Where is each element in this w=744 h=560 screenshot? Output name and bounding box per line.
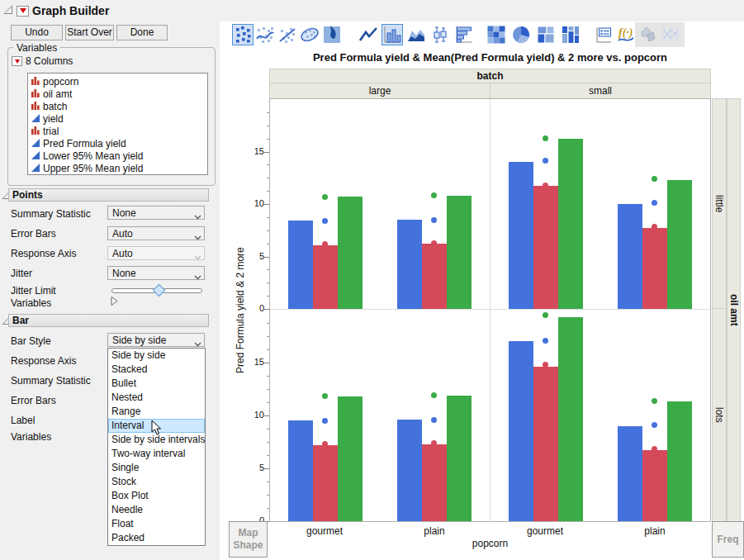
variable-list-item[interactable]: oil amt [28, 88, 207, 100]
mean-dot-mark[interactable] [652, 176, 657, 182]
mosaic-graph-icon[interactable] [560, 24, 581, 45]
variable-list-item[interactable]: Upper 95% Mean yield [28, 162, 207, 174]
points-jitter-select[interactable]: None [107, 266, 205, 280]
heatmap-graph-icon[interactable] [486, 24, 507, 45]
smoother-graph-icon[interactable] [254, 24, 276, 45]
bar-mark[interactable] [447, 196, 472, 309]
bar-mark[interactable] [338, 197, 363, 309]
points-variables-expander-icon[interactable] [110, 296, 119, 309]
mean-dot-mark[interactable] [652, 398, 657, 404]
contour-graph-icon[interactable] [321, 24, 343, 45]
bar-mark[interactable] [509, 162, 533, 309]
menu-item-stock[interactable]: Stock [108, 475, 205, 489]
mean-dot-mark[interactable] [543, 183, 548, 188]
bar-mark[interactable] [422, 444, 447, 521]
undo-button[interactable]: Undo [11, 25, 63, 40]
start-over-button[interactable]: Start Over [65, 25, 114, 40]
bar-mark[interactable] [642, 228, 667, 309]
bar-mark[interactable] [313, 245, 338, 309]
bar-mark[interactable] [533, 186, 558, 309]
bar-mark[interactable] [509, 341, 533, 521]
points-graph-icon[interactable] [232, 24, 254, 45]
menu-item-packed[interactable]: Packed [108, 531, 205, 545]
area-graph-icon[interactable] [405, 24, 427, 45]
bar-mark[interactable] [642, 450, 667, 521]
mean-dot-mark[interactable] [431, 417, 437, 423]
histogram-graph-icon[interactable] [453, 24, 475, 45]
menu-item-bullet[interactable]: Bullet [108, 377, 205, 391]
variable-list-item[interactable]: Pred Formula yield [28, 137, 207, 149]
variable-list-item[interactable]: yield [28, 112, 207, 125]
bar-mark[interactable] [558, 139, 583, 309]
red-triangle-menu-icon[interactable] [17, 6, 29, 17]
mean-dot-mark[interactable] [431, 217, 437, 223]
variable-list-item[interactable]: trial [28, 125, 207, 137]
bar-mark[interactable] [533, 367, 558, 521]
menu-item-nested[interactable]: Nested [108, 391, 205, 405]
mean-dot-mark[interactable] [543, 338, 548, 344]
ellipse-graph-icon[interactable] [299, 24, 320, 45]
jitter-limit-label: Jitter Limit [11, 285, 56, 297]
mean-dot-mark[interactable] [322, 441, 328, 447]
variable-list-item[interactable]: popcorn [28, 75, 207, 88]
bar-mark[interactable] [667, 401, 692, 521]
bar-mark[interactable] [288, 420, 313, 521]
mean-dot-mark[interactable] [431, 392, 437, 398]
freq-dropzone[interactable]: Freq [712, 521, 744, 558]
menu-item-two-way-interval[interactable]: Two-way interval [108, 447, 205, 461]
bar-mark[interactable] [618, 426, 642, 521]
mean-dot-mark[interactable] [652, 422, 657, 428]
points-section-header[interactable]: Points [8, 188, 209, 202]
mean-dot-mark[interactable] [322, 241, 328, 247]
bar-mark[interactable] [397, 420, 422, 521]
mean-dot-mark[interactable] [431, 240, 437, 246]
mean-dot-mark[interactable] [543, 158, 548, 164]
mean-dot-mark[interactable] [322, 393, 328, 399]
menu-item-single[interactable]: Single [108, 461, 205, 475]
points-variables-label: Variables [11, 297, 51, 310]
bar-mark[interactable] [447, 396, 472, 521]
menu-item-box-plot[interactable]: Box Plot [108, 489, 205, 503]
menu-item-side-by-side[interactable]: Side by side [108, 349, 205, 363]
columns-red-triangle-icon[interactable] [12, 56, 22, 66]
bar-mark[interactable] [422, 244, 447, 309]
bar-graph-icon[interactable] [381, 24, 403, 45]
variable-list-item[interactable]: batch [28, 100, 207, 112]
points-error-bars-select[interactable]: Auto [107, 226, 205, 240]
caption-box-graph-icon[interactable] [593, 24, 614, 45]
menu-item-stacked[interactable]: Stacked [108, 363, 205, 377]
bar-style-select[interactable]: Side by side [107, 333, 205, 347]
jitter-limit-slider-thumb[interactable] [153, 284, 166, 297]
bar-mark[interactable] [618, 204, 642, 309]
mean-dot-mark[interactable] [652, 200, 657, 206]
mean-dot-mark[interactable] [543, 135, 548, 141]
points-summary-statistic-select[interactable]: None [107, 206, 205, 220]
mean-dot-mark[interactable] [543, 362, 548, 368]
bar-mark[interactable] [397, 220, 422, 309]
variable-list-item[interactable]: Lower 95% Mean yield [28, 149, 207, 162]
mean-dot-mark[interactable] [322, 218, 328, 224]
bar-section-header[interactable]: Bar [8, 314, 209, 327]
menu-item-needle[interactable]: Needle [108, 503, 205, 517]
formula-graph-icon[interactable]: f(·) [615, 24, 637, 45]
menu-item-range[interactable]: Range [108, 405, 205, 419]
pie-graph-icon[interactable] [510, 24, 532, 45]
mean-dot-mark[interactable] [431, 192, 437, 198]
map-shape-dropzone[interactable]: Map Shape [229, 521, 268, 558]
line-graph-icon[interactable] [358, 24, 379, 45]
bar-mark[interactable] [667, 180, 692, 309]
bar-mark[interactable] [558, 317, 583, 521]
bar-mark[interactable] [288, 221, 313, 309]
mean-dot-mark[interactable] [322, 418, 328, 424]
done-button[interactable]: Done [116, 25, 168, 40]
bar-mark[interactable] [338, 396, 363, 521]
mean-dot-mark[interactable] [543, 312, 548, 318]
line-of-fit-graph-icon[interactable] [277, 24, 298, 45]
bar-mark[interactable] [313, 445, 338, 521]
mean-dot-mark[interactable] [322, 194, 328, 200]
treemap-graph-icon[interactable] [535, 24, 557, 45]
box-plot-graph-icon[interactable] [429, 24, 451, 45]
x-axis-label: popcorn [269, 538, 711, 549]
menu-item-float[interactable]: Float [108, 517, 205, 531]
collapse-triangle-icon[interactable] [2, 4, 13, 17]
